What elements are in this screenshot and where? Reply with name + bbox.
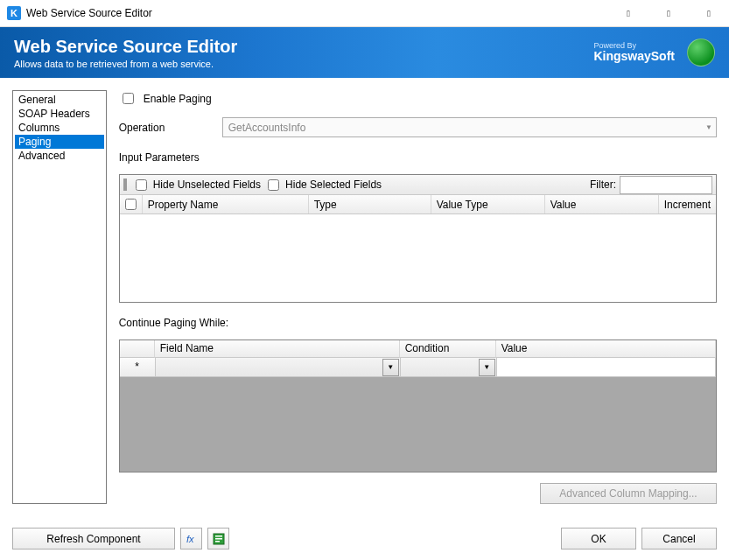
minimize-button[interactable]:  [608,0,648,26]
hide-unselected-checkbox[interactable] [136,179,147,191]
advanced-column-mapping-button: Advanced Column Mapping... [540,483,717,504]
branding: Powered By KingswaySoft [593,38,715,66]
col-value[interactable]: Value [545,195,659,214]
refresh-component-label: Refresh Component [46,533,140,545]
cp-value-cell[interactable] [497,358,716,377]
nav-item-advanced[interactable]: Advanced [15,149,104,163]
hide-selected-checkbox[interactable] [268,179,279,191]
nav-item-columns[interactable]: Columns [15,121,104,135]
col-type[interactable]: Type [309,195,431,214]
documentation-button[interactable] [207,528,229,550]
cp-row-header: * [120,358,156,377]
page-subtitle: Allows data to be retrieved from a web s… [14,59,593,69]
header-banner: Web Service Source Editor Allows data to… [0,27,729,78]
ok-label: OK [591,533,606,545]
continue-paging-grid-body[interactable] [120,377,716,472]
filter-label: Filter: [590,178,616,191]
nav-item-paging[interactable]: Paging [15,135,104,149]
continue-paging-header: Field Name Condition Value [120,340,716,358]
app-icon: K [7,6,21,20]
col-increment[interactable]: Increment [659,195,716,214]
svg-rect-4 [215,541,220,542]
cp-condition-dropdown[interactable]: ▼ [479,359,495,376]
svg-text:fx: fx [186,534,194,544]
enable-paging-checkbox[interactable] [123,93,134,104]
hide-unselected-label: Hide Unselected Fields [153,178,261,191]
page-title: Web Service Source Editor [14,37,593,57]
main-content: Enable Paging Operation GetAccountsInfo … [119,90,717,504]
input-parameters-toolbar: Hide Unselected Fields Hide Selected Fie… [120,175,716,195]
footer: Refresh Component fx OK Cancel [0,516,729,560]
nav-item-soap-headers[interactable]: SOAP Headers [15,107,104,121]
globe-icon [687,38,715,66]
input-parameters-panel: Hide Unselected Fields Hide Selected Fie… [119,174,717,303]
maximize-button[interactable]:  [648,0,689,26]
cp-field-name-dropdown[interactable]: ▼ [382,359,399,376]
nav-sidebar: General SOAP Headers Columns Paging Adva… [12,90,107,504]
operation-value: GetAccountsInfo [228,122,306,134]
cp-condition-cell[interactable]: ▼ [401,358,497,377]
svg-rect-3 [215,538,222,540]
enable-paging-label: Enable Paging [144,93,212,105]
select-all-checkbox[interactable] [125,199,137,210]
col-value-type[interactable]: Value Type [431,195,545,214]
cp-field-name-cell[interactable]: ▼ [156,358,401,377]
ok-button[interactable]: OK [561,528,636,550]
hide-selected-label: Hide Selected Fields [285,178,382,191]
col-property-name[interactable]: Property Name [143,195,309,214]
cancel-button[interactable]: Cancel [641,528,717,550]
filter-input[interactable] [620,176,712,194]
cp-col-field-name[interactable]: Field Name [155,340,400,358]
cp-col-condition[interactable]: Condition [400,340,496,358]
toolbar-grip-icon [123,178,127,191]
window-title: Web Service Source Editor [26,7,152,19]
new-row-marker: * [135,360,139,373]
input-parameters-grid-header: Property Name Type Value Type Value Incr… [120,195,716,214]
close-button[interactable]:  [689,0,729,26]
cp-col-value[interactable]: Value [496,340,716,358]
svg-rect-2 [215,536,222,537]
brand-name: KingswaySoft [593,50,675,63]
operation-combo[interactable]: GetAccountsInfo ▼ [222,117,717,137]
chevron-down-icon: ▼ [705,123,712,131]
operation-label: Operation [119,122,215,134]
refresh-component-button[interactable]: Refresh Component [12,528,175,550]
cancel-label: Cancel [662,533,695,545]
input-parameters-grid-body[interactable] [120,214,716,302]
expression-button[interactable]: fx [180,528,202,550]
continue-paging-panel: Field Name Condition Value * ▼ ▼ [119,340,717,472]
continue-paging-title: Continue Paging While: [119,317,717,329]
titlebar: K Web Service Source Editor    [0,0,729,27]
continue-paging-new-row: * ▼ ▼ [120,358,716,377]
input-parameters-title: Input Parameters [119,151,717,164]
nav-item-general[interactable]: General [15,93,104,107]
advanced-column-mapping-label: Advanced Column Mapping... [559,487,697,500]
